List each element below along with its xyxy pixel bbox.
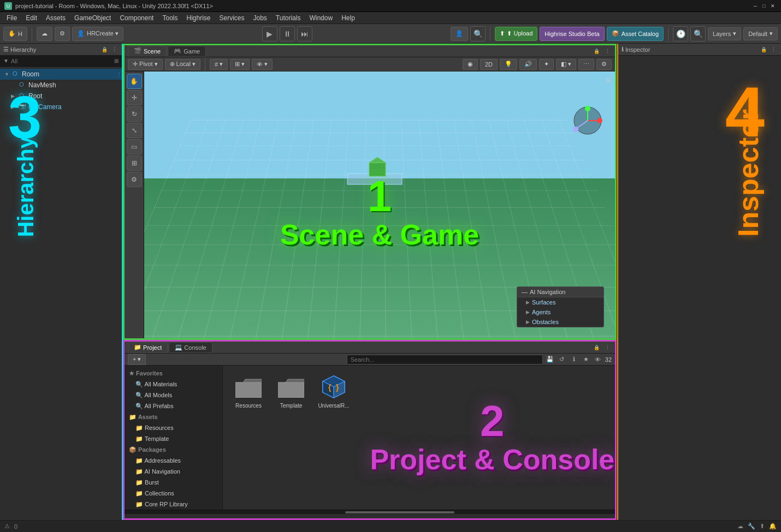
- ai-nav-agents[interactable]: ▶ Agents: [517, 307, 603, 317]
- account-button[interactable]: 👤 HRCreate ▾: [72, 27, 123, 41]
- fx-button[interactable]: ✦: [539, 59, 554, 70]
- ai-nav-obstacles[interactable]: ▶ Obstacles: [517, 317, 603, 327]
- proj-info-btn[interactable]: ℹ: [569, 355, 579, 364]
- upload-button[interactable]: ⬆ ⬆ Upload: [495, 27, 537, 41]
- asset-resources[interactable]: Resources: [229, 372, 268, 409]
- rotate-tool-btn[interactable]: ↻: [127, 106, 142, 122]
- tree-item-rtscamera[interactable]: ▶ 📷 RtsCamera: [0, 101, 122, 112]
- local-button[interactable]: ⊕ Local ▾: [165, 59, 200, 70]
- hierarchy-lock-button[interactable]: 🔒: [100, 45, 109, 54]
- minimize-button[interactable]: ─: [752, 2, 759, 10]
- scene-menu-button[interactable]: ⋮: [603, 47, 612, 56]
- hierarchy-search-input[interactable]: [11, 58, 44, 64]
- status-icon-2: 🔧: [748, 523, 755, 530]
- gizmos-button[interactable]: ⚙: [596, 59, 612, 70]
- core-rp-item[interactable]: 📁 Core RP Library: [125, 499, 222, 510]
- tree-item-root[interactable]: ▶ ⬡ Root: [0, 91, 122, 101]
- scene-options-icon[interactable]: ≡: [606, 76, 611, 85]
- proj-eye-btn[interactable]: 👁: [593, 355, 603, 364]
- asset-template[interactable]: Template: [272, 372, 310, 409]
- account-icon-button[interactable]: 👤: [451, 27, 468, 41]
- inspector-menu-button[interactable]: ⋮: [769, 45, 778, 54]
- burst-item[interactable]: 📁 Burst: [125, 477, 222, 488]
- project-scrollbar[interactable]: [125, 510, 615, 514]
- close-button[interactable]: ✕: [769, 2, 777, 10]
- hand-tool-button[interactable]: ✋ H: [3, 27, 27, 41]
- menu-help[interactable]: Help: [337, 13, 359, 23]
- search-button[interactable]: 🔍: [470, 26, 486, 41]
- user-icon: 👤: [455, 30, 463, 37]
- all-materials-item[interactable]: 🔍 All Materials: [125, 379, 222, 390]
- menu-window[interactable]: Window: [305, 13, 337, 23]
- layers-dropdown[interactable]: Layers ▾: [708, 27, 741, 40]
- project-add-button[interactable]: + ▾: [128, 354, 146, 365]
- universalr-label: UniversalR...: [318, 403, 349, 409]
- more-button[interactable]: ⋯: [578, 59, 594, 70]
- tab-scene[interactable]: 🎬 Scene: [128, 46, 167, 57]
- all-prefabs-item[interactable]: 🔍 All Prefabs: [125, 401, 222, 411]
- grid-button[interactable]: # ▾: [210, 59, 228, 70]
- hand-tool-btn[interactable]: ✋: [127, 74, 142, 89]
- hierarchy-menu-button[interactable]: ⋮: [110, 45, 119, 54]
- 2d-button[interactable]: 2D: [480, 59, 498, 70]
- maximize-button[interactable]: □: [760, 2, 768, 10]
- game-tab-label: Game: [184, 48, 200, 55]
- project-menu-button[interactable]: ⋮: [603, 343, 612, 352]
- pause-button[interactable]: ⏸: [280, 26, 295, 41]
- inspector-lock-button[interactable]: 🔒: [759, 45, 768, 54]
- history-button[interactable]: 🕐: [673, 26, 688, 41]
- transform-tool-btn[interactable]: ⊞: [127, 156, 142, 171]
- proj-refresh-btn[interactable]: ↺: [557, 355, 567, 364]
- addressables-item[interactable]: 📁 Addressables: [125, 455, 222, 466]
- custom-tool-btn[interactable]: ⚙: [127, 172, 142, 187]
- tab-project[interactable]: 📁 Project: [128, 342, 168, 353]
- asset-universalr[interactable]: { } UniversalR...: [315, 372, 353, 409]
- perspective-button[interactable]: ◉: [463, 59, 478, 70]
- light-button[interactable]: 💡: [500, 59, 517, 70]
- menu-tutorials[interactable]: Tutorials: [271, 13, 305, 23]
- audio-button[interactable]: 🔊: [519, 59, 537, 70]
- scale-tool-btn[interactable]: ⤡: [127, 123, 142, 138]
- inspector-controls: 🔒 ⋮: [759, 45, 778, 54]
- menu-tools[interactable]: Tools: [158, 13, 182, 23]
- fx-icon: ✦: [544, 61, 549, 68]
- menu-jobs[interactable]: Jobs: [249, 13, 271, 23]
- view-button[interactable]: 👁 ▾: [252, 59, 273, 70]
- scene-lock-button[interactable]: 🔒: [592, 47, 601, 56]
- tree-item-room[interactable]: ▼ ⬡ Room ⋮: [0, 69, 122, 80]
- project-lock-button[interactable]: 🔒: [592, 343, 601, 352]
- collections-item[interactable]: 📁 Collections: [125, 488, 222, 499]
- all-models-item[interactable]: 🔍 All Models: [125, 390, 222, 401]
- tree-item-navmesh[interactable]: ⬡ NavMesh: [0, 80, 122, 91]
- svg-marker-16: [278, 382, 304, 398]
- proj-star-btn[interactable]: ★: [581, 355, 591, 364]
- ai-nav-surfaces[interactable]: ▶ Surfaces: [517, 297, 603, 307]
- ai-navigation-item[interactable]: 📁 AI Navigation: [125, 466, 222, 477]
- snap-button[interactable]: ⊞ ▾: [230, 59, 250, 70]
- menu-file[interactable]: File: [2, 13, 21, 23]
- cloud-button[interactable]: ☁: [37, 27, 52, 41]
- project-search-input[interactable]: [347, 355, 543, 364]
- search-btn-2[interactable]: 🔍: [690, 26, 706, 41]
- proj-save-btn[interactable]: 💾: [545, 355, 555, 364]
- template-item[interactable]: 📁 Template: [125, 433, 222, 444]
- menu-highrise[interactable]: Highrise: [182, 13, 215, 23]
- studio-beta-button[interactable]: Highrise Studio Beta: [540, 27, 604, 41]
- resources-item[interactable]: 📁 Resources: [125, 422, 222, 433]
- move-tool-btn[interactable]: ✛: [127, 90, 142, 105]
- default-dropdown[interactable]: Default ▾: [743, 27, 778, 40]
- asset-catalog-button[interactable]: 📦 Asset Catalog: [607, 27, 664, 41]
- menu-services[interactable]: Services: [215, 13, 248, 23]
- menu-assets[interactable]: Assets: [42, 13, 70, 23]
- tab-game[interactable]: 🎮 Game: [168, 46, 206, 57]
- play-button[interactable]: ▶: [262, 26, 277, 41]
- pivot-button[interactable]: ✛ Pivot ▾: [128, 59, 163, 70]
- menu-component[interactable]: Component: [115, 13, 158, 23]
- hidden-button[interactable]: ◧ ▾: [556, 59, 576, 70]
- settings-button[interactable]: ⚙: [55, 27, 70, 41]
- menu-edit[interactable]: Edit: [21, 13, 42, 23]
- menu-gameobject[interactable]: GameObject: [70, 13, 115, 23]
- tab-console[interactable]: 💻 Console: [169, 342, 212, 353]
- rect-tool-btn[interactable]: ▭: [127, 139, 142, 154]
- step-button[interactable]: ⏭: [297, 26, 312, 41]
